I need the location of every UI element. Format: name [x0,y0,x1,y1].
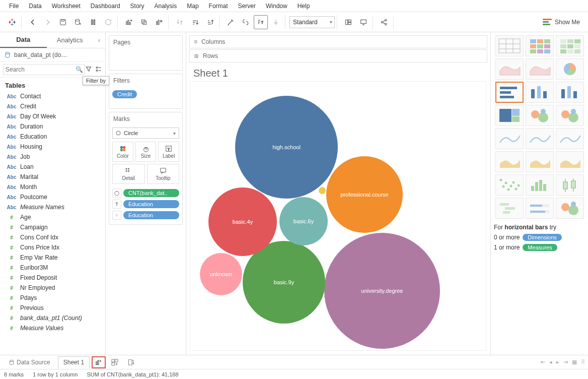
save-button[interactable] [56,15,70,29]
showme-packed-bubbles[interactable] [556,105,584,126]
showme-area-disc[interactable] [526,151,554,172]
menu-data[interactable]: Data [24,1,46,11]
showme-packed[interactable] [556,198,584,219]
menu-dashboard[interactable]: Dashboard [86,1,125,11]
search-icon[interactable]: 🔍 [76,66,83,73]
showme-dual-line[interactable] [556,128,584,149]
pin-button[interactable] [269,15,283,29]
field-credit[interactable]: AbcCredit [0,101,105,111]
field-loan[interactable]: AbcLoan [0,162,105,172]
refresh-button[interactable] [101,15,115,29]
new-worksheet-tab-button[interactable] [92,356,106,368]
collapse-pane-icon[interactable]: ‹ [93,32,105,48]
view-options-icon[interactable] [95,66,102,74]
field-day-of-week[interactable]: AbcDay Of Week [0,111,105,121]
menu-worksheet[interactable]: Worksheet [47,1,86,11]
field-fixed-deposit[interactable]: #Fixed Deposit [0,273,105,283]
menu-analysis[interactable]: Analysis [150,1,182,11]
pages-shelf[interactable]: Pages [109,35,183,71]
datasource-row[interactable]: bank_data_pt (do… [0,48,105,62]
highlight-button[interactable] [224,15,238,29]
showme-area-cont[interactable] [495,151,524,172]
clear-sheet-button[interactable] [152,15,166,29]
menu-story[interactable]: Story [125,1,150,11]
bubble-illiterate[interactable] [319,187,326,194]
marks-size-button[interactable]: Size [135,142,157,162]
field-job[interactable]: AbcJob [0,152,105,162]
showme-pie[interactable] [556,58,584,80]
new-datasource-button[interactable] [71,15,85,29]
tab-analytics[interactable]: Analytics [47,32,94,48]
pause-updates-button[interactable] [86,15,100,29]
show-cards-button[interactable] [341,15,355,29]
showme-histogram[interactable] [526,174,554,196]
new-dashboard-tab-button[interactable] [108,356,122,368]
columns-shelf[interactable]: ≡ Columns [189,35,487,48]
tab-next-icon[interactable]: ▸ [556,359,559,365]
showme-box[interactable] [556,174,584,196]
marks-label-button[interactable]: TLabel [158,142,179,162]
showme-treemap[interactable] [495,105,524,126]
menu-help[interactable]: Help [292,1,315,11]
showme-bullet[interactable] [526,198,554,219]
filmstrip-icon[interactable]: ▦ [572,359,577,365]
labels-toggle-button[interactable]: T [254,15,268,29]
bubble-professional-course[interactable]: professional.course [326,156,403,233]
marks-color-button[interactable]: Color [112,142,133,162]
showme-gantt[interactable] [495,198,524,219]
showme-map-symbol[interactable] [495,58,524,80]
sort-desc-button[interactable] [203,15,217,29]
showme-line-disc[interactable] [526,128,554,149]
field-education[interactable]: AbcEducation [0,132,105,142]
showme-line-cont[interactable] [495,128,524,149]
share-button[interactable] [377,15,391,29]
showme-map-fill[interactable] [526,58,554,80]
field-nr-employed[interactable]: #Nr Employed [0,283,105,293]
field-measure-values[interactable]: #Measure Values [0,323,105,333]
forward-button[interactable] [41,15,55,29]
mark-type-select[interactable]: Circle [112,128,179,139]
menu-window[interactable]: Window [261,1,292,11]
mark-pill-education[interactable]: Education [123,200,179,208]
sort-asc-button[interactable] [188,15,202,29]
sort-tabs-icon[interactable]: ⠿ [581,359,585,365]
presentation-button[interactable] [356,15,371,29]
back-button[interactable] [26,15,40,29]
tab-datasource[interactable]: Data Source [3,356,56,368]
new-story-tab-button[interactable] [124,356,138,368]
menu-server[interactable]: Server [233,1,261,11]
showme-circle-views[interactable] [526,105,554,126]
field-age[interactable]: #Age [0,212,105,222]
showme-scatter[interactable] [495,174,524,196]
field-pdays[interactable]: #Pdays [0,293,105,303]
field-euribor3m[interactable]: #Euribor3M [0,263,105,273]
mark-pill-cnt-bank-dat-[interactable]: CNT(bank_dat.. [123,189,179,197]
rows-shelf[interactable]: ≣ Rows [189,49,487,62]
field-housing[interactable]: AbcHousing [0,142,105,152]
duplicate-sheet-button[interactable] [137,15,151,29]
filter-pill-credit[interactable]: Credit [112,90,137,98]
tab-sheet1[interactable]: Sheet 1 [58,356,90,368]
menu-format[interactable]: Format [204,1,233,11]
showme-highlight-table[interactable] [556,35,584,56]
showme-dual-combo[interactable] [556,151,584,172]
field-bank-data-pt1-count-[interactable]: #bank_data_pt1 (Count) [0,313,105,323]
showme-vbar[interactable] [526,82,554,103]
marks-tooltip-button[interactable]: Tooltip [147,164,180,184]
field-marital[interactable]: AbcMarital [0,172,105,182]
sheet-title[interactable]: Sheet 1 [186,62,490,79]
filters-shelf[interactable]: Filters Credit [109,74,183,109]
tab-prev-icon[interactable]: ◂ [549,359,552,365]
showme-heatmap[interactable] [526,35,554,56]
field-poutcome[interactable]: AbcPoutcome [0,192,105,202]
tab-data[interactable]: Data [0,32,47,48]
field-month[interactable]: AbcMonth [0,182,105,192]
new-worksheet-button[interactable] [122,15,136,29]
show-me-button[interactable]: Show Me [538,19,585,26]
bubble-basic-6y[interactable]: basic.6y [279,197,328,245]
bubble-university-degree[interactable]: university.degree [324,233,440,349]
tableau-logo-icon[interactable] [5,15,19,29]
filter-fields-icon[interactable] [85,66,92,74]
field-previous[interactable]: #Previous [0,303,105,313]
tab-first-icon[interactable]: ⇤ [541,359,545,365]
